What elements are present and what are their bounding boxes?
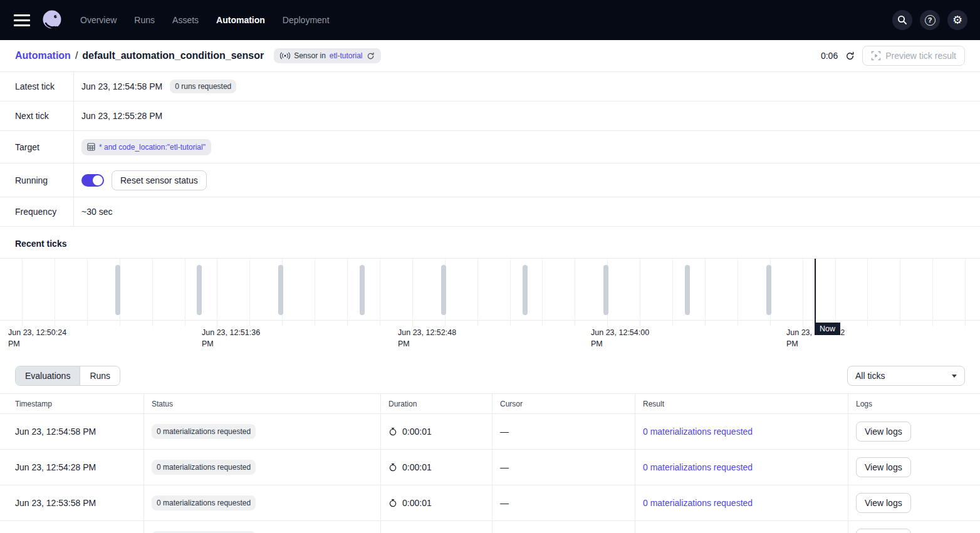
stopwatch-icon: [388, 499, 397, 507]
tick-bar[interactable]: [766, 265, 771, 315]
tabs-row: Evaluations Runs All ticks: [0, 357, 980, 393]
breadcrumb-automation-link[interactable]: Automation: [15, 50, 71, 61]
tab-runs[interactable]: Runs: [80, 366, 120, 385]
row-result-link[interactable]: 0 materializations requested: [643, 498, 753, 508]
timeline-axis-label: Jun 23, 12:51:36 PM: [202, 327, 267, 349]
tick-bar[interactable]: [441, 265, 446, 315]
recent-ticks-chart: [0, 258, 980, 321]
search-icon: [897, 15, 907, 25]
tick-bar[interactable]: [197, 265, 202, 315]
view-logs-button[interactable]: View logs: [856, 529, 911, 533]
timeline-gridline: [575, 259, 575, 326]
view-logs-button[interactable]: View logs: [856, 422, 911, 442]
page-title: default_automation_condition_sensor: [82, 50, 264, 61]
sensor-type-label: Sensor in: [294, 51, 326, 60]
latest-tick-status-badge: 0 runs requested: [170, 80, 236, 93]
running-toggle[interactable]: [81, 174, 104, 187]
table-row: Jun 23, 12:53:28 PM 0 materializations r…: [0, 521, 980, 533]
next-tick-label: Next tick: [0, 101, 74, 130]
timeline-gridline: [152, 259, 153, 326]
table-row: Jun 23, 12:54:28 PM 0 materializations r…: [0, 450, 980, 485]
row-timestamp: Jun 23, 12:53:58 PM: [15, 498, 96, 508]
target-label: Target: [0, 131, 74, 163]
view-switcher: Evaluations Runs: [15, 366, 120, 386]
timeline-gridline: [542, 259, 543, 326]
col-status: Status: [144, 394, 381, 413]
row-status-badge: 0 materializations requested: [152, 460, 256, 475]
recent-ticks-title: Recent ticks: [0, 227, 980, 258]
nav-runs[interactable]: Runs: [134, 15, 155, 25]
timeline-axis-label: Jun 23, 12:50:24 PM: [8, 327, 73, 349]
timeline-gridline: [965, 259, 966, 326]
nav-assets[interactable]: Assets: [172, 15, 199, 25]
dagster-logo-icon[interactable]: [40, 8, 64, 32]
frequency-row: Frequency ~30 sec: [0, 197, 980, 227]
asset-selection-chip[interactable]: * and code_location:"etl-tutorial": [81, 139, 211, 155]
reload-icon[interactable]: [367, 52, 375, 60]
timeline-gridline: [672, 259, 673, 326]
tick-filter-dropdown[interactable]: All ticks: [847, 366, 965, 386]
settings-button[interactable]: ⚙: [947, 10, 967, 30]
tick-bar[interactable]: [115, 265, 120, 315]
refresh-icon[interactable]: [845, 51, 855, 61]
nav-overview[interactable]: Overview: [80, 15, 117, 25]
tab-evaluations[interactable]: Evaluations: [16, 366, 80, 385]
col-duration: Duration: [381, 394, 493, 413]
timeline-gridline: [477, 259, 478, 326]
nav-deployment[interactable]: Deployment: [283, 15, 330, 25]
search-button[interactable]: [892, 10, 912, 30]
row-cursor: —: [500, 427, 509, 437]
tick-bar[interactable]: [523, 265, 528, 315]
row-result-link[interactable]: 0 materializations requested: [643, 462, 753, 472]
table-row: Jun 23, 12:53:58 PM 0 materializations r…: [0, 485, 980, 521]
gear-icon: ⚙: [952, 14, 962, 26]
row-status-badge: 0 materializations requested: [152, 424, 256, 439]
code-location-link[interactable]: etl-tutorial: [330, 51, 363, 60]
col-result: Result: [635, 394, 848, 413]
sensor-location-badge: Sensor in etl-tutorial: [274, 48, 380, 63]
primary-nav: Overview Runs Assets Automation Deployme…: [80, 15, 330, 25]
asset-selection-text: * and code_location:"etl-tutorial": [99, 143, 206, 152]
row-duration: 0:00:01: [402, 462, 432, 472]
help-button[interactable]: ?: [920, 10, 940, 30]
tick-bar[interactable]: [360, 265, 365, 315]
nav-automation[interactable]: Automation: [216, 15, 265, 25]
timeline-gridline: [55, 259, 55, 326]
timeline-gridline: [640, 259, 640, 326]
next-tick-row: Next tick Jun 23, 12:55:28 PM: [0, 101, 980, 131]
timeline-axis: Jun 23, 12:50:24 PM Jun 23, 12:51:36 PM …: [0, 321, 980, 357]
menu-icon[interactable]: [14, 14, 30, 26]
timeline-gridline: [738, 259, 738, 326]
row-duration: 0:00:01: [402, 427, 432, 437]
timeline-axis-label: Jun 23, 12:52:48 PM: [398, 327, 463, 349]
timeline-gridline: [315, 259, 315, 326]
latest-tick-value: Jun 23, 12:54:58 PM: [81, 81, 162, 91]
view-logs-button[interactable]: View logs: [856, 493, 911, 513]
row-cursor: —: [500, 462, 509, 472]
tick-filter-value: All ticks: [855, 371, 885, 381]
tick-bar[interactable]: [603, 265, 608, 315]
now-line: [815, 259, 816, 323]
row-result-link[interactable]: 0 materializations requested: [643, 427, 753, 437]
timeline-gridline: [87, 259, 88, 326]
breadcrumb-separator: /: [75, 50, 78, 61]
page-header: Automation / default_automation_conditio…: [0, 40, 980, 72]
view-logs-button[interactable]: View logs: [856, 457, 911, 477]
table-row: Jun 23, 12:54:58 PM 0 materializations r…: [0, 414, 980, 450]
frequency-label: Frequency: [0, 197, 74, 226]
preview-button-label: Preview tick result: [885, 51, 956, 61]
preview-tick-result-button[interactable]: Preview tick result: [862, 46, 965, 66]
tick-bar[interactable]: [685, 265, 690, 315]
now-label: Now: [815, 323, 840, 335]
reset-sensor-status-button[interactable]: Reset sensor status: [112, 170, 207, 190]
latest-tick-row: Latest tick Jun 23, 12:54:58 PM 0 runs r…: [0, 72, 980, 101]
timeline-gridline: [22, 259, 23, 326]
timeline-gridline: [510, 259, 511, 326]
tick-bar[interactable]: [278, 265, 283, 315]
timeline-axis-label: Jun 23, 12:54:00 PM: [591, 327, 656, 349]
next-tick-value: Jun 23, 12:55:28 PM: [81, 111, 162, 121]
row-status-badge: 0 materializations requested: [152, 495, 256, 510]
timeline-gridline: [380, 259, 380, 326]
stopwatch-icon: [388, 427, 397, 436]
chevron-down-icon: [952, 375, 957, 378]
